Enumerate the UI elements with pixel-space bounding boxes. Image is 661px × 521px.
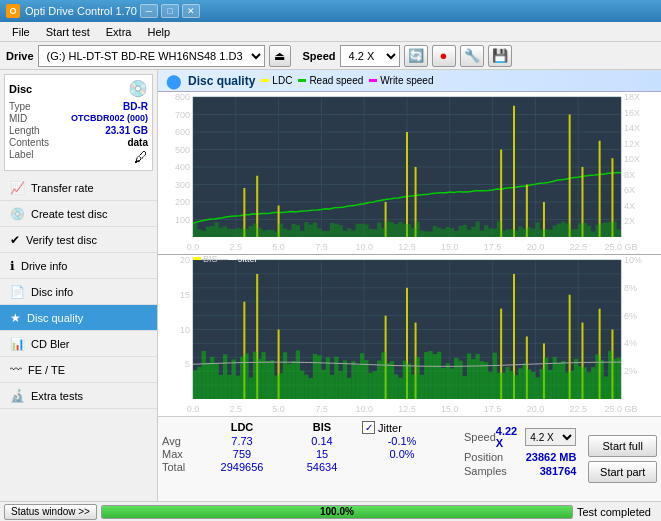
disc-contents-label: Contents — [9, 137, 49, 148]
test-icon-button2[interactable]: 🔧 — [460, 45, 484, 67]
nav-transfer-rate-label: Transfer rate — [31, 182, 94, 194]
menubar: File Start test Extra Help — [0, 22, 661, 42]
disc-info-icon: 📄 — [10, 285, 25, 299]
nav-disc-quality[interactable]: ★ Disc quality — [0, 305, 157, 331]
stats-footer: LDC BIS ✓ Jitter Avg 7.73 0.14 -0.1% Max… — [158, 416, 661, 501]
sidebar: Disc 💿 Type BD-R MID OTCBDR002 (000) Len… — [0, 70, 158, 501]
cd-bler-icon: 📊 — [10, 337, 25, 351]
legend-write-speed-label: Write speed — [380, 75, 433, 86]
drivebar: Drive (G:) HL-DT-ST BD-RE WH16NS48 1.D3 … — [0, 42, 661, 70]
position-row: Position 23862 MB — [464, 451, 576, 463]
speed-info-select[interactable]: 4.2 X — [525, 428, 576, 446]
stats-max-label: Max — [162, 448, 202, 460]
stats-total-ldc: 2949656 — [202, 461, 282, 473]
disc-type-value: BD-R — [123, 101, 148, 112]
disc-length-label: Length — [9, 125, 40, 136]
disc-contents-value: data — [127, 137, 148, 148]
speed-label: Speed — [303, 50, 336, 62]
stats-avg-ldc: 7.73 — [202, 435, 282, 447]
nav-create-test-disc[interactable]: 💿 Create test disc — [0, 201, 157, 227]
disc-mid-label: MID — [9, 113, 27, 124]
stats-table: LDC BIS ✓ Jitter Avg 7.73 0.14 -0.1% Max… — [162, 421, 452, 497]
menu-help[interactable]: Help — [139, 24, 178, 40]
chart-top-canvas — [158, 92, 661, 255]
minimize-button[interactable]: ─ — [140, 4, 158, 18]
disc-length-value: 23.31 GB — [105, 125, 148, 136]
jitter-checkbox-area: ✓ Jitter — [362, 421, 452, 434]
disc-title: Disc — [9, 83, 32, 95]
titlebar: O Opti Drive Control 1.70 ─ □ ✕ — [0, 0, 661, 22]
chart-bottom-canvas — [158, 255, 661, 417]
content-area: ⬤ Disc quality LDC Read speed Write spee… — [158, 70, 661, 501]
extra-tests-icon: 🔬 — [10, 389, 25, 403]
status-window-button[interactable]: Status window >> — [4, 504, 97, 520]
start-part-button[interactable]: Start part — [588, 461, 657, 483]
content-header: ⬤ Disc quality LDC Read speed Write spee… — [158, 70, 661, 92]
nav-verify-disc-label: Verify test disc — [26, 234, 97, 246]
drive-info-icon: ℹ — [10, 259, 15, 273]
nav-transfer-rate[interactable]: 📈 Transfer rate — [0, 175, 157, 201]
stats-ldc-header: LDC — [202, 421, 282, 434]
disc-label-icon[interactable]: 🖊 — [134, 149, 148, 165]
transfer-rate-icon: 📈 — [10, 181, 25, 195]
disc-mid-value: OTCBDR002 (000) — [71, 113, 148, 124]
drive-select[interactable]: (G:) HL-DT-ST BD-RE WH16NS48 1.D3 — [38, 45, 265, 67]
nav-extra-tests[interactable]: 🔬 Extra tests — [0, 383, 157, 409]
nav-drive-info-label: Drive info — [21, 260, 67, 272]
position-value: 23862 MB — [526, 451, 577, 463]
nav-disc-info-label: Disc info — [31, 286, 73, 298]
nav-disc-info[interactable]: 📄 Disc info — [0, 279, 157, 305]
titlebar-title: Opti Drive Control 1.70 — [25, 5, 137, 17]
stats-total-label: Total — [162, 461, 202, 473]
close-button[interactable]: ✕ — [182, 4, 200, 18]
chart-bottom — [158, 255, 661, 417]
legend-read-speed: Read speed — [298, 75, 363, 86]
create-disc-icon: 💿 — [10, 207, 25, 221]
disc-header: Disc 💿 — [9, 79, 148, 98]
samples-label: Samples — [464, 465, 507, 477]
legend-ldc: LDC — [261, 75, 292, 86]
progress-text: 100.0% — [102, 506, 572, 518]
jitter-label: Jitter — [378, 422, 402, 434]
speed-select[interactable]: 4.2 X — [340, 45, 400, 67]
nav-cd-bler[interactable]: 📊 CD Bler — [0, 331, 157, 357]
test-icon-button1[interactable]: ● — [432, 45, 456, 67]
stats-total-row: Total 2949656 54634 — [162, 461, 452, 473]
menu-extra[interactable]: Extra — [98, 24, 140, 40]
ldc-color — [261, 79, 269, 82]
speed-row: Speed 4.22 X 4.2 X — [464, 425, 576, 449]
disc-type-label: Type — [9, 101, 31, 112]
stats-header: LDC BIS ✓ Jitter — [162, 421, 452, 434]
chart-top — [158, 92, 661, 255]
write-speed-color — [369, 79, 377, 82]
nav-drive-info[interactable]: ℹ Drive info — [0, 253, 157, 279]
refresh-button[interactable]: 🔄 — [404, 45, 428, 67]
nav-fe-te[interactable]: 〰 FE / TE — [0, 357, 157, 383]
fe-te-icon: 〰 — [10, 363, 22, 377]
stats-avg-row: Avg 7.73 0.14 -0.1% — [162, 435, 452, 447]
nav-extra-tests-label: Extra tests — [31, 390, 83, 402]
speed-info-panel: Speed 4.22 X 4.2 X Position 23862 MB Sam… — [456, 421, 584, 497]
start-full-button[interactable]: Start full — [588, 435, 657, 457]
stats-avg-bis: 0.14 — [282, 435, 362, 447]
jitter-checkbox[interactable]: ✓ — [362, 421, 375, 434]
statusbar: Status window >> 100.0% Test completed — [0, 501, 661, 521]
stats-max-jitter: 0.0% — [362, 448, 442, 460]
menu-file[interactable]: File — [4, 24, 38, 40]
action-buttons: Start full Start part — [588, 421, 657, 497]
disc-quality-icon: ★ — [10, 311, 21, 325]
stats-max-ldc: 759 — [202, 448, 282, 460]
content-title: Disc quality — [188, 74, 255, 88]
menu-start-test[interactable]: Start test — [38, 24, 98, 40]
content-header-icon: ⬤ — [166, 73, 182, 89]
eject-button[interactable]: ⏏ — [269, 45, 291, 67]
stats-blank — [162, 421, 202, 434]
maximize-button[interactable]: □ — [161, 4, 179, 18]
nav-verify-test-disc[interactable]: ✔ Verify test disc — [0, 227, 157, 253]
save-button[interactable]: 💾 — [488, 45, 512, 67]
status-text: Test completed — [577, 506, 657, 518]
samples-row: Samples 381764 — [464, 465, 576, 477]
charts-area — [158, 92, 661, 416]
nav-disc-quality-label: Disc quality — [27, 312, 83, 324]
samples-value: 381764 — [540, 465, 577, 477]
